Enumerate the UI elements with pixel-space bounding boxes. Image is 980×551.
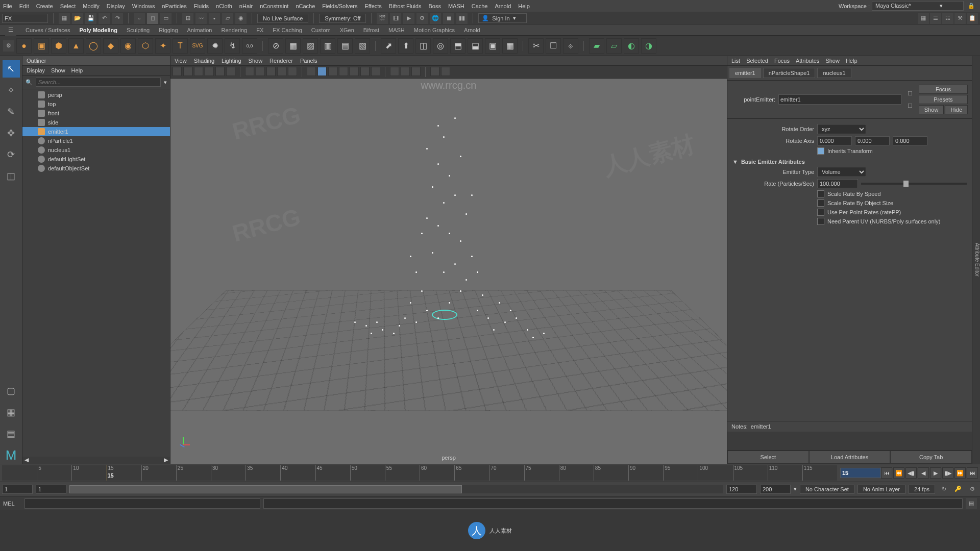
- vp-wireframe-icon[interactable]: [307, 67, 316, 76]
- vp-res-gate-icon[interactable]: [266, 67, 276, 76]
- vp-exposure-icon[interactable]: [430, 67, 439, 76]
- vp-shadows-icon[interactable]: [350, 67, 359, 76]
- outliner-search-input[interactable]: [36, 78, 161, 87]
- emitter-type-select[interactable]: Volume: [817, 167, 866, 177]
- snap-view-icon[interactable]: ◉: [235, 13, 247, 24]
- ipr-icon[interactable]: ▶: [403, 13, 414, 24]
- go-end-button[interactable]: ⏭: [967, 467, 978, 479]
- menu-arnold[interactable]: Arnold: [495, 3, 511, 9]
- attr-menu-focus[interactable]: Focus: [774, 58, 790, 64]
- vp-gate-mask-icon[interactable]: [277, 67, 286, 76]
- anim-layer-select[interactable]: No Anim Layer: [857, 485, 905, 494]
- scroll-right-icon[interactable]: ▶: [164, 457, 168, 464]
- connect-icon[interactable]: ⬓: [468, 38, 483, 54]
- bridge-icon[interactable]: ⬆: [398, 38, 413, 54]
- remesh-icon[interactable]: ◑: [641, 38, 656, 54]
- menu-modify[interactable]: Modify: [83, 3, 99, 9]
- hide-button[interactable]: Hide: [945, 105, 968, 114]
- vp-select-camera-icon[interactable]: [173, 67, 182, 76]
- new-scene-icon[interactable]: ▦: [59, 13, 70, 24]
- snap-point-icon[interactable]: •: [209, 13, 220, 24]
- outliner-menu-show[interactable]: Show: [51, 67, 65, 73]
- outliner-menu-display[interactable]: Display: [27, 67, 45, 73]
- move-tool[interactable]: ✥: [3, 124, 20, 142]
- menu-help[interactable]: Help: [518, 3, 530, 9]
- select-vertex-icon[interactable]: ▫: [134, 13, 145, 24]
- presets-button[interactable]: Presets: [919, 95, 968, 104]
- vp-gamma-icon[interactable]: [441, 67, 450, 76]
- vp-textured-icon[interactable]: [328, 67, 337, 76]
- detach-icon[interactable]: ▣: [485, 38, 500, 54]
- attr-tab-nparticleshape1[interactable]: nParticleShape1: [763, 68, 816, 78]
- range-menu-icon[interactable]: ▾: [794, 486, 797, 492]
- fps-select[interactable]: 24 fps: [909, 485, 935, 494]
- vp-use-lights-icon[interactable]: [339, 67, 348, 76]
- open-icon[interactable]: 📂: [72, 13, 83, 24]
- outliner-item-lightset[interactable]: defaultLightSet: [22, 155, 170, 164]
- paint-tool[interactable]: ✎: [3, 103, 20, 120]
- vp-menu-shading[interactable]: Shading: [194, 58, 214, 64]
- shelf-tab-poly[interactable]: Poly Modeling: [79, 27, 117, 33]
- sweep-icon[interactable]: ↯: [225, 38, 240, 54]
- attribute-editor-tab[interactable]: Attribute Editor: [972, 56, 980, 464]
- command-input[interactable]: [24, 498, 260, 509]
- super-shape-icon[interactable]: ✹: [207, 38, 223, 54]
- rotate-axis-x[interactable]: [817, 136, 852, 145]
- save-icon[interactable]: 💾: [85, 13, 96, 24]
- menu-file[interactable]: File: [3, 3, 12, 9]
- live-surface[interactable]: No Live Surface: [257, 14, 308, 23]
- scale-rate-size-checkbox[interactable]: [817, 199, 824, 207]
- poly-type-icon[interactable]: T: [173, 38, 188, 54]
- shelf-tab-fx[interactable]: FX: [256, 27, 263, 33]
- symmetry-toggle[interactable]: Symmetry: Off: [319, 14, 366, 23]
- panel-layout-icon[interactable]: ▦: [918, 13, 929, 24]
- vp-isolate-icon[interactable]: [390, 67, 399, 76]
- target-weld-icon[interactable]: ☐: [546, 38, 561, 54]
- menu-display[interactable]: Display: [107, 3, 125, 9]
- shelf-tab-arnold[interactable]: Arnold: [464, 27, 480, 33]
- range-end-input[interactable]: [726, 485, 757, 494]
- boolean-icon[interactable]: ▥: [320, 38, 335, 54]
- layout-two-icon[interactable]: ▤: [3, 425, 20, 442]
- vp-motion-blur-icon[interactable]: [371, 67, 380, 76]
- collapse-icon[interactable]: ⬒: [450, 38, 465, 54]
- prefs-icon[interactable]: ⚙: [967, 484, 978, 495]
- select-face-icon[interactable]: ◻: [147, 13, 158, 24]
- notes-textarea[interactable]: [727, 432, 972, 450]
- sculpt-icon[interactable]: ◐: [624, 38, 639, 54]
- cmd-language-label[interactable]: MEL: [3, 500, 21, 507]
- shelf-tab-motion[interactable]: Motion Graphics: [414, 27, 455, 33]
- menu-cache[interactable]: Cache: [472, 3, 488, 9]
- shelf-tab-curves[interactable]: Curves / Surfaces: [26, 27, 70, 33]
- rate-input[interactable]: [817, 179, 858, 188]
- pause-icon[interactable]: ▮▮: [456, 13, 468, 24]
- redo-icon[interactable]: ↷: [112, 13, 123, 24]
- menu-windows[interactable]: Windows: [132, 3, 155, 9]
- vp-2d-icon[interactable]: [215, 67, 225, 76]
- playblast-icon[interactable]: ◼: [443, 13, 454, 24]
- vp-menu-view[interactable]: View: [175, 58, 187, 64]
- range-slider[interactable]: [69, 485, 723, 493]
- sign-in-button[interactable]: 👤Sign In▾: [478, 13, 526, 23]
- menu-create[interactable]: Create: [36, 3, 53, 9]
- menu-nconstraint[interactable]: nConstraint: [260, 3, 288, 9]
- shelf-tab-xgen[interactable]: XGen: [340, 27, 354, 33]
- shelf-tab-mash[interactable]: MASH: [388, 27, 405, 33]
- edge-flow-icon[interactable]: ⟐: [563, 38, 578, 54]
- combine-icon[interactable]: ⊘: [268, 38, 283, 54]
- attr-menu-help[interactable]: Help: [846, 58, 857, 64]
- step-back-button[interactable]: ◀▮: [905, 467, 917, 479]
- snap-curve-icon[interactable]: 〰: [195, 13, 207, 24]
- shelf-tab-sculpting[interactable]: Sculpting: [127, 27, 150, 33]
- go-start-button[interactable]: ⏮: [881, 467, 892, 479]
- layout-four-icon[interactable]: ▦: [3, 404, 20, 421]
- shelf-tab-bifrost[interactable]: Bifrost: [363, 27, 379, 33]
- poly-disc-icon[interactable]: ◉: [120, 38, 136, 54]
- shelf-menu-icon[interactable]: ☰: [5, 24, 16, 36]
- menu-effects[interactable]: Effects: [364, 3, 381, 9]
- undo-icon[interactable]: ↶: [99, 13, 110, 24]
- quad-draw-icon[interactable]: ▰: [589, 38, 604, 54]
- vp-xray-joints-icon[interactable]: [411, 67, 421, 76]
- vp-image-plane-icon[interactable]: [205, 67, 214, 76]
- loop-icon[interactable]: ↻: [938, 484, 949, 495]
